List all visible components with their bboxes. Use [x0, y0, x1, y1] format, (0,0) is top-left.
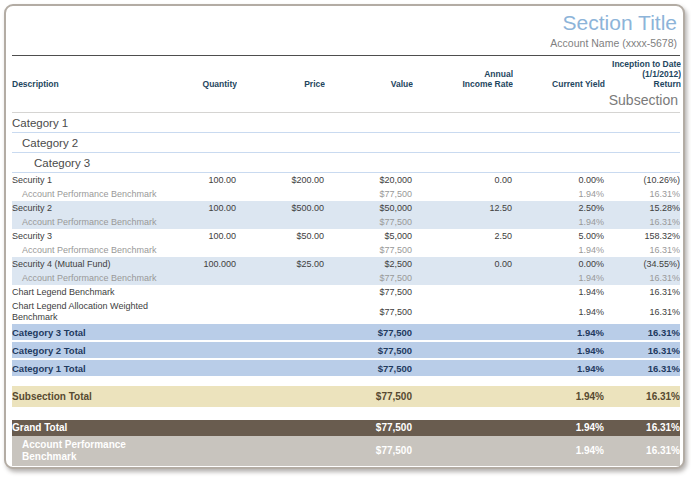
cell-description: Subsection Total — [12, 386, 167, 407]
cell-description: Account Performance Benchmark — [12, 271, 167, 285]
cell-annual-income-rate: 0.00 — [413, 257, 513, 271]
cell-value: $77,500 — [325, 285, 413, 299]
cell-current-yield: 1.94% — [513, 285, 605, 299]
cell-inception-return: (34.55%) — [605, 257, 681, 271]
table-row-security: Security 2100.00$500.00$50,00012.502.50%… — [12, 201, 680, 215]
cell-value: $5,000 — [325, 229, 413, 243]
table-row-category-total: Category 2 Total$77,5001.94%16.31% — [12, 342, 680, 358]
cell-quantity: 100.00 — [167, 201, 237, 215]
category-label: Category 2 — [12, 133, 681, 152]
cell-value: $77,500 — [325, 243, 413, 257]
cell-inception-return: 16.31% — [605, 324, 681, 340]
cell-current-yield: 1.94% — [513, 271, 605, 285]
table-body: Category 1Category 2Category 3Security 1… — [12, 113, 680, 466]
table-row-category-total: Category 3 Total$77,5001.94%16.31% — [12, 324, 680, 340]
cell-value: $20,000 — [325, 173, 413, 187]
cell-annual-income-rate: 2.50 — [413, 229, 513, 243]
cell-current-yield: 5.00% — [513, 229, 605, 243]
cell-price — [237, 193, 325, 196]
cell-inception-return: 16.31% — [605, 271, 681, 285]
cell-annual-income-rate: 0.00 — [413, 173, 513, 187]
cell-description: Account Performance Benchmark — [12, 436, 167, 466]
cell-quantity: 100.00 — [167, 173, 237, 187]
cell-inception-return: 16.31% — [605, 442, 681, 460]
cell-quantity — [167, 291, 237, 294]
cell-description: Category 3 Total — [12, 324, 167, 340]
cell-description: Account Performance Benchmark — [12, 187, 167, 201]
page-title: Section Title — [12, 10, 680, 35]
table-row-category-total: Category 1 Total$77,5001.94%16.31% — [12, 360, 680, 376]
cell-current-yield: 1.94% — [513, 342, 605, 358]
cell-current-yield: 1.94% — [513, 442, 605, 460]
cell-current-yield: 1.94% — [513, 386, 605, 407]
cell-quantity — [167, 193, 237, 196]
cell-value: $77,500 — [325, 442, 413, 460]
table-row-category: Category 2 — [12, 133, 680, 153]
column-header-current-yield: Current Yield — [513, 79, 605, 89]
table-row-chart-benchmark: Chart Legend Benchmark$77,5001.94%16.31% — [12, 285, 680, 299]
cell-annual-income-rate — [413, 348, 513, 353]
cell-inception-return: 16.31% — [605, 360, 681, 376]
table-row-benchmark: Account Performance Benchmark$77,5001.94… — [12, 243, 680, 257]
cell-inception-return: 16.31% — [605, 243, 681, 257]
cell-description: Grand Total — [12, 420, 167, 436]
cell-current-yield: 1.94% — [513, 243, 605, 257]
cell-quantity — [167, 330, 237, 335]
cell-annual-income-rate — [413, 277, 513, 280]
cell-price: $50.00 — [237, 229, 325, 243]
table-row-security: Security 1100.00$200.00$20,0000.000.00%(… — [12, 173, 680, 187]
cell-price — [237, 249, 325, 252]
table-row-security: Security 3100.00$50.00$5,0002.505.00%158… — [12, 229, 680, 243]
account-name: Account Name (xxxx-5678) — [12, 35, 680, 56]
cell-quantity — [167, 221, 237, 224]
cell-inception-return: 16.31% — [605, 187, 681, 201]
cell-quantity — [167, 448, 237, 454]
cell-quantity — [167, 249, 237, 252]
table-row-subsection-total: Subsection Total$77,5001.94%16.31% — [12, 386, 680, 407]
cell-value: $77,500 — [325, 342, 413, 358]
cell-price — [237, 426, 325, 430]
cell-inception-return: 16.31% — [605, 215, 681, 229]
cell-description: Security 3 — [12, 229, 167, 243]
table-row-grand-benchmark: Account Performance Benchmark$77,5001.94… — [12, 436, 680, 466]
table-row-grand-total: Grand Total$77,5001.94%16.31% — [12, 420, 680, 436]
cell-value: $77,500 — [325, 271, 413, 285]
cell-price — [237, 221, 325, 224]
cell-current-yield: 1.94% — [513, 324, 605, 340]
cell-price — [237, 330, 325, 335]
cell-description: Account Performance Benchmark — [12, 215, 167, 229]
cell-annual-income-rate — [413, 221, 513, 224]
cell-value: $77,500 — [325, 187, 413, 201]
cell-inception-return: 158.32% — [605, 229, 681, 243]
cell-price — [237, 310, 325, 313]
cell-inception-return: 16.31% — [605, 420, 681, 436]
cell-current-yield: 1.94% — [513, 305, 605, 319]
cell-description: Chart Legend Benchmark — [12, 285, 167, 299]
cell-quantity — [167, 426, 237, 430]
column-header-annual-income-rate: Annual Income Rate — [413, 69, 513, 89]
table-row-benchmark: Account Performance Benchmark$77,5001.94… — [12, 187, 680, 201]
cell-value: $77,500 — [325, 360, 413, 376]
cell-quantity — [167, 392, 237, 401]
cell-quantity: 100.00 — [167, 229, 237, 243]
cell-description: Category 1 Total — [12, 360, 167, 376]
cell-quantity: 100.000 — [167, 257, 237, 271]
cell-annual-income-rate — [413, 392, 513, 401]
cell-current-yield: 0.00% — [513, 173, 605, 187]
cell-value: $77,500 — [325, 324, 413, 340]
cell-annual-income-rate — [413, 366, 513, 371]
cell-description: Account Performance Benchmark — [12, 243, 167, 257]
table-header-row: Description Quantity Price Value Annual … — [12, 59, 680, 89]
cell-price — [237, 366, 325, 371]
cell-quantity — [167, 348, 237, 353]
cell-price: $200.00 — [237, 173, 325, 187]
cell-current-yield: 1.94% — [513, 187, 605, 201]
table-row-benchmark: Account Performance Benchmark$77,5001.94… — [12, 215, 680, 229]
cell-description: Chart Legend Allocation Weighted Benchma… — [12, 299, 167, 324]
cell-value: $77,500 — [325, 420, 413, 436]
cell-value: $2,500 — [325, 257, 413, 271]
column-header-description: Description — [12, 79, 167, 89]
cell-inception-return: 15.28% — [605, 201, 681, 215]
cell-annual-income-rate — [413, 291, 513, 294]
cell-current-yield: 0.00% — [513, 257, 605, 271]
